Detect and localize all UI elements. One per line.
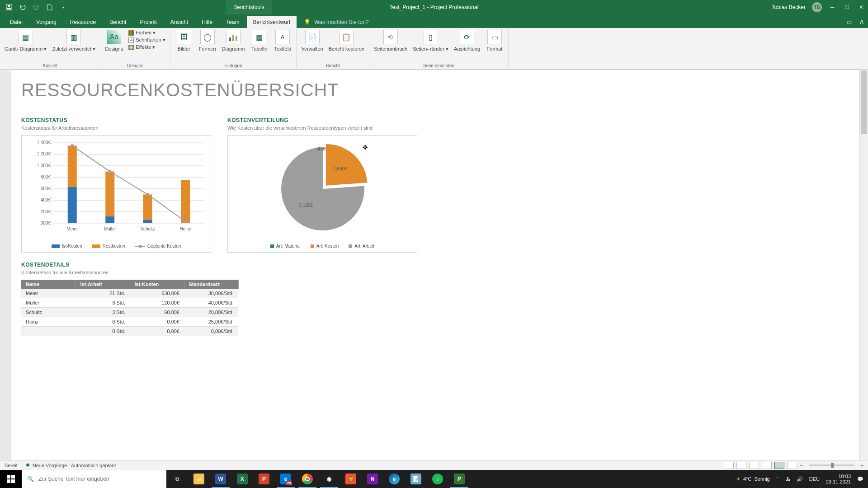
app-onenote[interactable]: N [362, 470, 383, 488]
badge: 73 [286, 481, 292, 485]
tab-hilfe[interactable]: Hilfe [195, 16, 219, 28]
user-name[interactable]: Tobias Becker [772, 4, 806, 10]
images-button[interactable]: 🖼Bilder [175, 30, 193, 52]
tab-vorgang[interactable]: Vorgang [30, 16, 63, 28]
tab-team[interactable]: Team [220, 16, 245, 28]
copy-report-button[interactable]: 📋Bericht kopieren [329, 30, 365, 52]
report-title: RESSOURCENKOSTENÜBERSICHT [11, 70, 859, 100]
user-avatar[interactable]: TB [812, 2, 822, 12]
app-explorer[interactable]: 📁 [188, 470, 210, 488]
view-button-5[interactable] [774, 462, 784, 469]
table-cell: 0,00€/Std. [184, 327, 238, 336]
app-brave[interactable]: 🦁 [340, 470, 362, 488]
view-button-1[interactable] [724, 462, 734, 469]
app-word[interactable]: W [210, 470, 231, 488]
tab-ansicht[interactable]: Ansicht [164, 16, 194, 28]
app-obs[interactable]: ◉ [318, 470, 340, 488]
table-row[interactable]: 0 Std.0,00€0,00€/Std. [21, 327, 238, 336]
clock-date: 23.11.2021 [826, 479, 851, 484]
table-row[interactable]: Meier21 Std.630,00€30,00€/Std. [21, 289, 238, 298]
app-edge[interactable]: e [383, 470, 405, 488]
qat-dropdown-icon[interactable]: ▾ [60, 4, 67, 11]
brave-icon: 🦁 [345, 474, 356, 484]
orientation-button[interactable]: ⟳Ausrichtung [454, 30, 480, 52]
effects-button[interactable]: Effekte ▾ [128, 44, 165, 50]
task-view-icon: ⧉ [175, 476, 179, 482]
maximize-icon[interactable]: ☐ [843, 3, 851, 11]
tab-bericht[interactable]: Bericht [103, 16, 132, 28]
task-view-button[interactable]: ⧉ [166, 470, 188, 488]
tab-berichtsentwurf[interactable]: Berichtsentwurf [247, 16, 297, 28]
textbox-icon: A̲ [275, 30, 290, 44]
minimize-icon[interactable]: ─ [828, 3, 836, 11]
document-icon[interactable] [46, 4, 53, 11]
pie-chart[interactable]: Art: MaterialArt: KostenArt: Arbeit ✥ 00… [227, 135, 417, 253]
textbox-button[interactable]: A̲Textfeld [274, 30, 292, 52]
scrollbar-thumb[interactable] [861, 70, 867, 134]
app-excel[interactable]: X [231, 470, 253, 488]
notifications-icon[interactable]: 💬 [857, 476, 863, 482]
context-tab-berichtstools[interactable]: Berichtstools [226, 0, 272, 14]
save-icon[interactable] [5, 4, 13, 11]
chart-button[interactable]: Diagramm [222, 30, 245, 52]
edge-icon: e [389, 474, 400, 484]
tray-expand-icon[interactable]: ˄ [776, 476, 779, 482]
app-notepad[interactable]: 📝 [405, 470, 427, 488]
start-button[interactable] [0, 470, 22, 488]
ribbon-display-icon[interactable]: ▭ [847, 19, 852, 25]
table-row[interactable]: Heinz0 Std.0,00€25,00€/Std. [21, 317, 238, 327]
fonts-button[interactable]: ASchriftarten ▾ [128, 37, 165, 43]
zoom-handle[interactable] [831, 463, 834, 468]
designs-button[interactable]: AaDesigns [105, 30, 123, 52]
ribbon-collapse-icon[interactable]: ᐱ [860, 19, 863, 25]
svg-rect-1 [7, 8, 11, 9]
view-button-6[interactable] [787, 462, 797, 469]
bar-chart[interactable]: 000€200€400€600€800€1,000€1,200€1,400€Me… [21, 135, 211, 253]
tab-datei[interactable]: Datei [4, 16, 29, 28]
tell-me[interactable]: 💡 Was möchten Sie tun? [297, 16, 375, 28]
view-button-4[interactable] [762, 462, 772, 469]
zoom-out-button[interactable]: − [800, 463, 802, 468]
tab-projekt[interactable]: Projekt [133, 16, 163, 28]
clock[interactable]: 10:03 23.11.2021 [826, 474, 851, 484]
svg-text:600€: 600€ [41, 186, 51, 191]
network-icon[interactable]: 🖧 [785, 476, 790, 482]
view-button-3[interactable] [749, 462, 759, 469]
copy-report-icon: 📋 [339, 30, 354, 44]
colors-button[interactable]: Farben ▾ [128, 30, 165, 36]
tab-ressource[interactable]: Ressource [64, 16, 102, 28]
table-row[interactable]: Schultz3 Std.60,00€20,00€/Std. [21, 308, 238, 317]
app-spotify[interactable]: ♪ [427, 470, 448, 488]
status-sched: Neue Vorgänge : Automatisch geplant [33, 463, 116, 468]
language[interactable]: DEU [809, 476, 820, 482]
shapes-button[interactable]: ◯Formen [198, 30, 217, 52]
table-cell: 0,00€ [130, 327, 184, 336]
zoom-slider[interactable] [809, 465, 854, 466]
svg-rect-5 [236, 36, 237, 41]
sound-icon[interactable]: 🔊 [797, 476, 803, 482]
detail-table[interactable]: NameIst-ArbeitIst-KostenStandardsatz Mei… [21, 280, 239, 336]
table-row[interactable]: Müller3 Std.120,00€40,00€/Std. [21, 298, 238, 308]
zoom-in-button[interactable]: + [861, 463, 863, 468]
redo-icon[interactable] [33, 4, 40, 11]
search-box[interactable]: 🔍 Zur Suche Text hier eingeben [22, 470, 166, 488]
app-edge-legacy[interactable]: e73 [275, 470, 297, 488]
undo-icon[interactable] [19, 4, 26, 11]
size-button[interactable]: ▭Format [486, 30, 504, 52]
app-project[interactable]: P [448, 470, 470, 488]
app-chrome[interactable] [297, 470, 318, 488]
recently-used-button[interactable]: ▥Zuletzt verwendet ▾ [52, 30, 95, 52]
svg-text:400€: 400€ [41, 197, 51, 202]
close-icon[interactable]: ✕ [857, 3, 865, 11]
page-break-button[interactable]: ⎋Seitenumbruch [374, 30, 407, 52]
scrollbar-vertical[interactable] [860, 70, 868, 468]
weather-temp: 4°C [743, 476, 751, 482]
view-button-2[interactable] [736, 462, 746, 469]
table-button[interactable]: ▦Tabelle [250, 30, 268, 52]
margins-button[interactable]: ▯Seiten- ränder ▾ [413, 30, 448, 52]
manage-button[interactable]: 📄Verwalten [301, 30, 323, 52]
app-powerpoint[interactable]: P [253, 470, 275, 488]
weather[interactable]: ☀ 4°C Sonnig [736, 476, 770, 482]
report-page[interactable]: RESSOURCENKOSTENÜBERSICHT KOSTENSTATUS K… [11, 70, 860, 468]
gantt-diagram-button[interactable]: ▤Gantt- Diagramm ▾ [5, 30, 47, 52]
